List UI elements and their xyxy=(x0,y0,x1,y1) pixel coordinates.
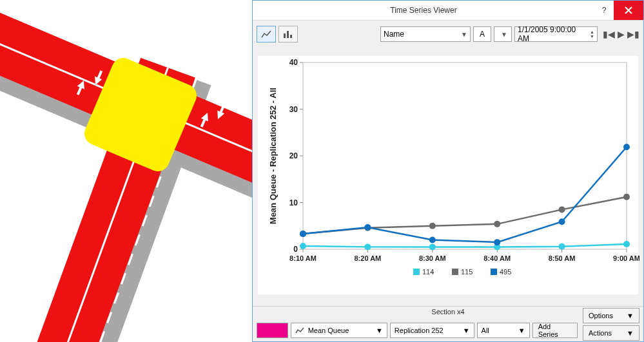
y-tick-label: 0 xyxy=(293,245,298,254)
svg-point-41 xyxy=(494,239,500,245)
y-axis-title: Mean Queue - Replication 252 - All xyxy=(268,88,278,224)
a-dropdown-arrow[interactable]: ▼ xyxy=(494,26,512,42)
y-tick-label: 40 xyxy=(289,58,298,67)
svg-point-31 xyxy=(623,241,630,247)
a-dropdown-label: A xyxy=(480,30,485,39)
chevron-down-icon: ▼ xyxy=(518,327,525,334)
window-title: Time Series Viewer xyxy=(253,1,594,20)
add-series-label: Add Series xyxy=(538,323,572,338)
svg-point-36 xyxy=(559,206,565,213)
date-time-value: 1/1/2005 9:00:00 AM xyxy=(518,25,585,43)
spinner-icon[interactable]: ▲▼ xyxy=(590,30,594,39)
x-tick-label: 8:20 AM xyxy=(355,254,382,262)
time-series-viewer-panel: Time Series Viewer ? Name ▼ xyxy=(252,0,644,342)
actions-label: Actions xyxy=(589,329,612,337)
options-button[interactable]: Options ▼ xyxy=(583,308,639,323)
legend-entry: 115 xyxy=(461,268,473,276)
chevron-down-icon: ▼ xyxy=(376,327,383,334)
bar-chart-mode-button[interactable] xyxy=(278,26,298,43)
actions-button[interactable]: Actions ▼ xyxy=(583,325,639,341)
options-label: Options xyxy=(589,312,613,319)
svg-point-42 xyxy=(559,218,565,225)
legend-entry: 114 xyxy=(422,268,434,276)
x-tick-label: 8:40 AM xyxy=(483,254,511,262)
chevron-down-icon: ▼ xyxy=(627,329,634,337)
svg-point-38 xyxy=(300,231,306,237)
legend-entry: 495 xyxy=(500,268,511,276)
svg-point-30 xyxy=(559,243,565,250)
name-dropdown[interactable]: Name ▼ xyxy=(380,26,471,42)
svg-point-35 xyxy=(494,221,500,227)
skip-back-button[interactable]: ▮◀ xyxy=(603,29,615,39)
svg-rect-14 xyxy=(303,62,627,249)
y-tick-label: 30 xyxy=(289,105,298,114)
svg-point-43 xyxy=(623,144,630,150)
svg-point-28 xyxy=(429,243,436,250)
svg-rect-13 xyxy=(290,35,292,38)
name-dropdown-label: Name xyxy=(384,30,404,39)
date-time-input[interactable]: 1/1/2005 9:00:00 AM ▲▼ xyxy=(514,26,598,42)
series-color-swatch[interactable] xyxy=(257,323,288,338)
add-series-button[interactable]: Add Series xyxy=(532,323,578,338)
x-tick-label: 8:50 AM xyxy=(549,254,576,262)
x-tick-label: 8:10 AM xyxy=(289,254,317,262)
svg-rect-44 xyxy=(413,269,420,275)
svg-point-27 xyxy=(364,243,371,250)
line-chart-mode-button[interactable] xyxy=(257,26,276,43)
x-tick-label: 8:30 AM xyxy=(419,254,446,262)
y-tick-label: 20 xyxy=(289,151,298,160)
chevron-down-icon: ▼ xyxy=(627,312,634,319)
chevron-down-icon: ▼ xyxy=(463,327,470,334)
titlebar: Time Series Viewer ? xyxy=(253,1,643,21)
a-dropdown[interactable]: A xyxy=(473,26,491,42)
chevron-down-icon: ▼ xyxy=(501,31,507,38)
play-button[interactable]: ▶ xyxy=(618,29,625,39)
toolbar: Name ▼ A ▼ 1/1/2005 9:00:00 AM ▲▼ ▮◀ ▶ ▶… xyxy=(253,21,643,48)
help-button[interactable]: ? xyxy=(594,1,614,20)
y-tick-label: 10 xyxy=(289,198,298,207)
svg-point-26 xyxy=(300,243,306,249)
filter-label: All xyxy=(482,327,489,334)
series-name-label: Mean Queue xyxy=(308,327,349,334)
svg-point-40 xyxy=(429,237,436,243)
svg-rect-12 xyxy=(287,31,289,38)
bottom-bar: Section x4 Mean Queue ▼ Replication 252 … xyxy=(253,306,643,341)
skip-forward-button[interactable]: ▶▮ xyxy=(627,29,639,39)
replication-label: Replication 252 xyxy=(395,327,444,334)
bar-chart-icon xyxy=(283,30,293,39)
x-tick-label: 9:00 AM xyxy=(613,254,639,262)
filter-dropdown[interactable]: All ▼ xyxy=(477,323,530,338)
chevron-down-icon: ▼ xyxy=(461,31,467,38)
svg-point-37 xyxy=(623,194,630,200)
series-name-dropdown[interactable]: Mean Queue ▼ xyxy=(291,323,387,338)
svg-rect-11 xyxy=(284,33,286,38)
svg-point-39 xyxy=(364,224,371,231)
close-button[interactable] xyxy=(614,1,643,20)
svg-point-34 xyxy=(429,223,436,229)
line-chart-icon xyxy=(295,327,304,334)
replication-dropdown[interactable]: Replication 252 ▼ xyxy=(390,323,474,338)
svg-rect-45 xyxy=(452,269,458,275)
svg-rect-46 xyxy=(491,269,497,275)
chart-area: 0102030408:10 AM8:20 AM8:30 AM8:40 AM8:5… xyxy=(258,56,638,294)
line-chart-icon xyxy=(261,30,271,39)
